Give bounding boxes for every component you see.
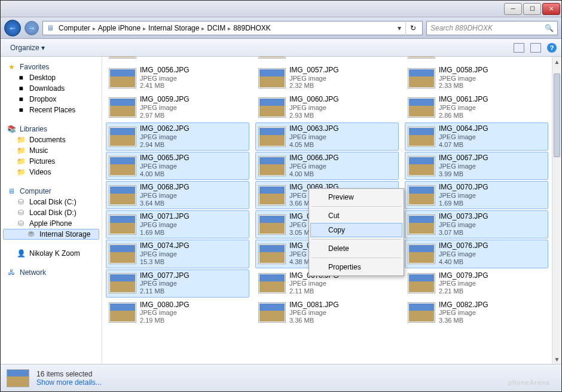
view-options-button[interactable] xyxy=(514,43,524,53)
scroll-down-arrow[interactable]: ▼ xyxy=(552,354,561,364)
selection-thumb xyxy=(7,369,29,387)
file-name: IMG_0060.JPG xyxy=(289,96,339,104)
address-bar[interactable]: 🖥 Computer▸Apple iPhone▸Internal Storage… xyxy=(42,21,423,35)
preview-pane-button[interactable] xyxy=(530,43,541,53)
file-item[interactable]: IMG_0082.JPGJPEG image3.36 MB xyxy=(405,299,548,327)
file-item[interactable]: IMG_0081.JPGJPEG image3.36 MB xyxy=(255,299,399,327)
libraries-header[interactable]: 📚 Libraries xyxy=(3,124,99,134)
image-thumb xyxy=(408,244,435,264)
address-dropdown[interactable]: ▾ xyxy=(395,24,404,32)
breadcrumb-segment[interactable]: Internal Storage xyxy=(146,24,201,32)
context-menu-delete[interactable]: Delete xyxy=(310,241,402,256)
file-item[interactable]: IMG_0076.JPGJPEG image4.40 MB xyxy=(405,240,548,268)
breadcrumb-segment[interactable]: DCIM xyxy=(204,24,228,32)
file-item[interactable]: 2.19 MB xyxy=(106,58,249,63)
file-item[interactable]: IMG_0058.JPGJPEG image2.33 MB xyxy=(405,64,548,92)
scrollbar-thumb[interactable] xyxy=(554,74,560,157)
computer-icon: 🖥 xyxy=(45,23,55,33)
favorites-header[interactable]: ★ Favorites xyxy=(3,62,99,72)
file-name: IMG_0057.JPG xyxy=(289,66,339,75)
file-item[interactable]: IMG_0064.JPGJPEG image4.07 MB xyxy=(405,122,548,151)
file-name: IMG_0061.JPG xyxy=(439,96,488,104)
file-item[interactable]: 2.36 MB xyxy=(405,58,548,63)
library-icon: 📁 xyxy=(16,136,26,144)
breadcrumb-segment[interactable]: Computer xyxy=(56,24,93,32)
image-thumb xyxy=(109,156,136,176)
sidebar-favorite-desktop[interactable]: ■Desktop xyxy=(3,72,99,83)
selection-count: 16 items selected xyxy=(36,370,102,378)
file-name: IMG_0056.JPG xyxy=(140,66,190,75)
sidebar-favorite-downloads[interactable]: ■Downloads xyxy=(3,83,99,94)
chevron-right-icon[interactable]: ▸ xyxy=(93,25,96,32)
computer-header[interactable]: 🖥 Computer xyxy=(3,186,99,197)
help-button[interactable]: ? xyxy=(547,43,557,53)
file-item[interactable]: IMG_0061.JPGJPEG image2.86 MB xyxy=(405,93,548,121)
breadcrumb-segment[interactable]: 889DHOXK xyxy=(231,24,273,32)
sidebar-drive-apple-iphone[interactable]: ⛁Apple iPhone xyxy=(3,218,99,229)
file-size: 15.3 MB xyxy=(140,258,190,266)
file-item[interactable]: IMG_0077.JPGJPEG image2.11 MB xyxy=(106,270,249,298)
file-size: 2.33 MB xyxy=(439,82,488,90)
context-menu-properties[interactable]: Properties xyxy=(310,260,402,274)
vertical-scrollbar[interactable]: ▲ ▼ xyxy=(552,57,561,364)
file-type: JPEG image xyxy=(439,250,488,258)
image-thumb xyxy=(258,68,286,88)
file-item[interactable]: IMG_0068.JPGJPEG image3.64 MB xyxy=(106,181,249,209)
image-thumb xyxy=(109,302,136,323)
sidebar-favorite-recent-places[interactable]: ■Recent Places xyxy=(3,105,99,115)
sidebar-drive-local-disk-c-[interactable]: ⛁Local Disk (C:) xyxy=(3,197,99,207)
file-list[interactable]: 2.19 MB2.14 MB2.36 MBIMG_0056.JPGJPEG im… xyxy=(102,57,561,364)
file-item[interactable]: IMG_0059.JPGJPEG image2.97 MB xyxy=(106,93,249,121)
file-item[interactable]: IMG_0067.JPGJPEG image3.99 MB xyxy=(405,152,548,180)
file-name: IMG_0062.JPG xyxy=(140,125,190,133)
file-name: IMG_0076.JPG xyxy=(439,242,488,250)
scroll-up-arrow[interactable]: ▲ xyxy=(552,57,561,66)
sidebar-library-pictures[interactable]: 📁Pictures xyxy=(3,156,99,167)
file-item[interactable]: IMG_0074.JPGJPEG image15.3 MB xyxy=(106,240,249,268)
maximize-button[interactable]: ☐ xyxy=(523,3,541,15)
file-item[interactable]: IMG_0063.JPGJPEG image4.05 MB xyxy=(255,122,399,151)
library-icon: 📁 xyxy=(16,168,26,176)
file-type: JPEG image xyxy=(439,192,488,200)
file-item[interactable]: IMG_0073.JPGJPEG image3.07 MB xyxy=(405,210,548,238)
sidebar-library-videos[interactable]: 📁Videos xyxy=(3,167,99,177)
file-name: IMG_0082.JPG xyxy=(439,301,488,310)
show-more-details-link[interactable]: Show more details... xyxy=(36,378,102,387)
back-button[interactable]: ← xyxy=(4,20,21,36)
search-placeholder: Search 889DHOXK xyxy=(430,24,493,32)
file-item[interactable]: IMG_0065.JPGJPEG image4.00 MB xyxy=(106,152,249,180)
file-item[interactable]: IMG_0071.JPGJPEG image1.69 MB xyxy=(106,210,249,238)
file-item[interactable]: 2.14 MB xyxy=(255,58,399,63)
file-item[interactable]: IMG_0057.JPGJPEG image2.32 MB xyxy=(255,64,399,92)
forward-button[interactable]: → xyxy=(25,21,39,35)
sidebar-library-music[interactable]: 📁Music xyxy=(3,145,99,156)
file-item[interactable]: IMG_0060.JPGJPEG image2.93 MB xyxy=(255,93,399,121)
file-item[interactable]: IMG_0080.JPGJPEG image2.19 MB xyxy=(106,299,249,327)
refresh-button[interactable]: ↻ xyxy=(405,21,420,35)
context-menu-cut[interactable]: Cut xyxy=(310,209,402,223)
file-type: JPEG image xyxy=(289,309,339,317)
file-item[interactable]: IMG_0066.JPGJPEG image4.00 MB xyxy=(255,152,399,180)
sidebar-favorite-dropbox[interactable]: ■Dropbox xyxy=(3,94,99,105)
image-thumb xyxy=(109,97,136,118)
file-item[interactable]: IMG_0070.JPGJPEG image1.69 MB xyxy=(405,181,548,209)
sidebar-library-documents[interactable]: 📁Documents xyxy=(3,134,99,145)
file-item[interactable]: IMG_0062.JPGJPEG image2.94 MB xyxy=(106,122,249,151)
network-header[interactable]: 🖧 Network xyxy=(3,267,99,278)
context-menu-preview[interactable]: Preview xyxy=(310,190,402,204)
organize-menu[interactable]: Organize ▾ xyxy=(5,42,50,53)
homegroup-user[interactable]: 👤 Nikolay K Zoom xyxy=(3,248,99,259)
file-type: JPEG image xyxy=(140,133,190,141)
context-menu-copy[interactable]: Copy xyxy=(310,223,402,237)
close-button[interactable]: ✕ xyxy=(542,3,560,15)
file-item[interactable]: IMG_0056.JPGJPEG image2.41 MB xyxy=(106,64,249,92)
file-item[interactable]: IMG_0079.JPGJPEG image2.21 MB xyxy=(405,270,548,298)
sidebar-drive-local-disk-d-[interactable]: ⛁Local Disk (D:) xyxy=(3,207,99,218)
minimize-button[interactable]: ─ xyxy=(504,3,522,15)
search-input[interactable]: Search 889DHOXK 🔍 xyxy=(426,21,558,35)
breadcrumb-segment[interactable]: Apple iPhone xyxy=(96,24,143,32)
image-thumb xyxy=(408,302,435,323)
sidebar-internal-storage[interactable]: ⛃Internal Storage xyxy=(3,229,99,240)
image-thumb xyxy=(258,185,286,206)
image-thumb xyxy=(109,57,136,59)
